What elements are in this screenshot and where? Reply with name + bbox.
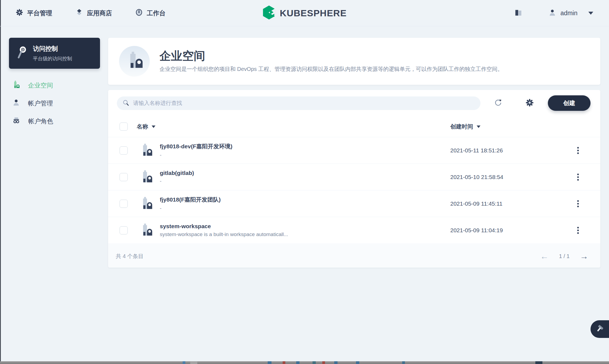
workspace-created-time: 2021-05-09 11:45:11	[450, 200, 564, 207]
name-cell: gitlab(gitlab) -	[140, 170, 450, 184]
sidebar-menu: 企业空间 帐户管理 帐户角色	[0, 76, 108, 130]
create-button[interactable]: 创建	[548, 95, 591, 111]
table-header: 名称 创建时间	[108, 116, 600, 137]
name-cell: system-workspace system-workspace is a b…	[140, 223, 450, 237]
page-description: 企业空间是一个组织您的项目和 DevOps 工程、管理资源访问权限以及在团队内部…	[160, 65, 503, 73]
pagination: ← 1 / 1 →	[540, 252, 588, 261]
sort-caret-icon	[152, 125, 155, 128]
search-input[interactable]	[133, 100, 478, 106]
gear-icon	[16, 9, 23, 18]
workspace-icon	[126, 52, 143, 71]
user-icon	[549, 9, 556, 17]
row-checkbox[interactable]	[120, 226, 128, 234]
column-header-created[interactable]: 创建时间	[450, 123, 564, 130]
table-row[interactable]: system-workspace system-workspace is a b…	[108, 217, 600, 244]
prev-page-button[interactable]: ←	[540, 252, 549, 261]
next-page-button[interactable]: →	[580, 252, 588, 261]
name-block: system-workspace system-workspace is a b…	[160, 223, 288, 237]
arrow-left-icon: ←	[540, 252, 549, 261]
workspace-description: -	[160, 152, 232, 158]
sidebar-item-workspaces[interactable]: 企业空间	[0, 76, 108, 94]
appstore-icon	[76, 9, 83, 18]
chevron-down-icon	[588, 12, 593, 15]
sidebar-item-roles[interactable]: 帐户角色	[0, 112, 108, 130]
table-row[interactable]: fjy8018(F嘉阳开发团队) - 2021-05-09 11:45:11	[108, 190, 600, 217]
workspace-created-time: 2021-05-09 11:04:19	[450, 227, 564, 234]
workspace-description: -	[160, 205, 221, 211]
workspace-name-link[interactable]: fjy8018-dev(F嘉阳开发环境)	[160, 143, 232, 150]
nav-item-appstore[interactable]: 应用商店	[76, 9, 112, 18]
book-icon	[514, 9, 523, 17]
sidebar-item-accounts[interactable]: 帐户管理	[0, 94, 108, 112]
workbench-icon	[135, 9, 143, 18]
table-row[interactable]: gitlab(gitlab) - 2021-05-10 21:58:54	[108, 164, 600, 190]
name-block: fjy8018-dev(F嘉阳开发环境) -	[160, 143, 232, 158]
user-icon	[13, 99, 20, 108]
list-toolbar: 创建	[108, 90, 600, 116]
column-label: 创建时间	[450, 123, 473, 130]
workspace-icon	[140, 144, 152, 157]
name-cell: fjy8018-dev(F嘉阳开发环境) -	[140, 143, 450, 158]
workspace-icon	[140, 224, 152, 237]
workspace-icon	[13, 81, 20, 90]
page-header-text: 企业空间 企业空间是一个组织您的项目和 DevOps 工程、管理资源访问权限以及…	[160, 50, 503, 73]
sidebar-subtitle: 平台级的访问控制	[33, 55, 72, 62]
main-content: 企业空间 企业空间是一个组织您的项目和 DevOps 工程、管理资源访问权限以及…	[108, 26, 600, 268]
more-actions-button[interactable]	[564, 144, 592, 157]
access-card-text: 访问控制 平台级的访问控制	[33, 45, 72, 62]
table-row[interactable]: fjy8018-dev(F嘉阳开发环境) - 2021-05-11 18:51:…	[108, 137, 600, 164]
arrow-right-icon: →	[580, 252, 588, 261]
more-actions-button[interactable]	[564, 197, 592, 210]
row-checkbox[interactable]	[120, 146, 128, 155]
navbar-right: admin	[514, 9, 593, 17]
hammer-icon	[595, 324, 604, 334]
column-header-name[interactable]: 名称	[137, 123, 450, 130]
workspace-icon	[140, 197, 152, 211]
more-actions-button[interactable]	[564, 224, 592, 237]
sidebar-item-label: 企业空间	[28, 81, 53, 90]
workspace-avatar	[119, 46, 150, 77]
nav-item-platform[interactable]: 平台管理	[16, 9, 52, 18]
docs-button[interactable]	[514, 9, 523, 17]
kubesphere-wordmark: KUBESPHERE	[280, 8, 346, 18]
refresh-icon	[494, 99, 502, 108]
search-icon	[122, 99, 129, 107]
sidebar-item-label: 帐户管理	[28, 99, 53, 108]
name-block: gitlab(gitlab) -	[160, 170, 194, 184]
sort-caret-icon	[477, 125, 480, 128]
sidebar-item-label: 帐户角色	[28, 117, 53, 125]
row-checkbox[interactable]	[120, 173, 128, 181]
row-checkbox[interactable]	[120, 200, 128, 208]
workspace-name-link[interactable]: gitlab(gitlab)	[160, 170, 194, 176]
list-footer: 共 4 个条目 ← 1 / 1 →	[108, 244, 600, 268]
kubectl-tool-fab[interactable]	[591, 320, 609, 338]
refresh-button[interactable]	[492, 97, 504, 109]
workspace-description: -	[160, 178, 194, 184]
nav-item-label: 应用商店	[87, 9, 112, 17]
more-actions-button[interactable]	[564, 171, 592, 183]
select-all-checkbox[interactable]	[120, 123, 128, 131]
role-icon	[13, 117, 20, 125]
nav-item-workbench[interactable]: 工作台	[135, 9, 165, 18]
user-name: admin	[560, 10, 577, 17]
os-taskbar	[0, 361, 609, 364]
name-cell: fjy8018(F嘉阳开发团队) -	[140, 196, 450, 211]
workspace-list-card: 创建 名称 创建时间 fjy8018-dev(F嘉阳开发环境) -	[108, 90, 600, 268]
search-box[interactable]	[117, 96, 480, 110]
workspace-icon	[140, 170, 152, 184]
workspace-name-link[interactable]: fjy8018(F嘉阳开发团队)	[160, 196, 221, 203]
kubesphere-logo: KUBESPHERE	[262, 5, 346, 21]
table-body: fjy8018-dev(F嘉阳开发环境) - 2021-05-11 18:51:…	[108, 137, 600, 244]
gear-icon	[526, 99, 534, 108]
column-settings-button[interactable]	[523, 97, 536, 109]
workspace-created-time: 2021-05-10 21:58:54	[450, 174, 564, 180]
workspace-name-link[interactable]: system-workspace	[160, 223, 288, 230]
column-label: 名称	[137, 123, 148, 130]
workspace-created-time: 2021-05-11 18:51:26	[450, 147, 564, 154]
top-navbar: 平台管理 应用商店 工作台 KUBESPHERE admin	[0, 0, 609, 26]
access-control-card[interactable]: 访问控制 平台级的访问控制	[9, 38, 100, 69]
sidebar: 访问控制 平台级的访问控制 企业空间 帐户管理 帐户角色	[0, 26, 108, 130]
user-menu[interactable]: admin	[549, 9, 593, 17]
workspace-description: system-workspace is a built-in workspace…	[160, 231, 288, 237]
page-indicator: 1 / 1	[559, 253, 570, 259]
